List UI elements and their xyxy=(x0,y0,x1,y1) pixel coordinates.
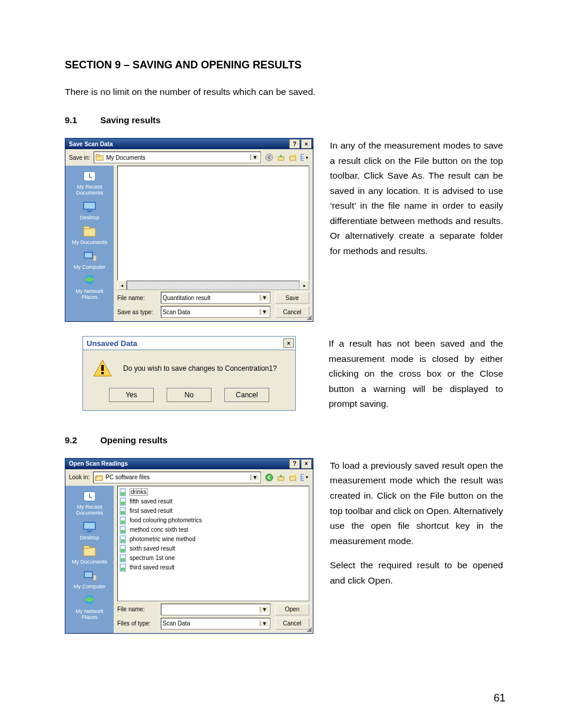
svg-rect-4 xyxy=(290,156,296,160)
file-item[interactable]: fifth saved result xyxy=(119,497,308,506)
dropdown-arrow-icon[interactable]: ▼ xyxy=(260,621,269,627)
back-icon[interactable] xyxy=(265,153,274,162)
place-network[interactable]: My Network Places xyxy=(69,274,110,301)
resize-grip[interactable] xyxy=(306,314,312,320)
svg-rect-20 xyxy=(101,365,104,371)
svg-point-27 xyxy=(294,475,296,477)
help-button[interactable]: ? xyxy=(289,139,300,149)
files-of-type-combo[interactable]: Scan Data ▼ xyxy=(161,618,270,630)
help-button[interactable]: ? xyxy=(289,459,300,469)
file-name-input[interactable]: Quantitation result ▼ xyxy=(161,292,270,304)
close-button[interactable]: × xyxy=(283,338,294,348)
place-network[interactable]: My Network Places xyxy=(69,594,110,621)
views-icon[interactable]: ▾ xyxy=(300,473,309,482)
file-icon xyxy=(119,535,127,543)
para-unsaved: If a result has not been saved and the m… xyxy=(329,336,503,411)
views-icon[interactable]: ▾ xyxy=(300,153,309,162)
svg-rect-3 xyxy=(278,157,284,160)
intro-text: There is no limit on the number of resul… xyxy=(65,87,503,97)
file-item[interactable]: food colouring photometrics xyxy=(119,516,308,525)
file-item[interactable]: photometric wine method xyxy=(119,535,308,544)
svg-rect-25 xyxy=(278,477,284,480)
place-desktop[interactable]: Desktop xyxy=(69,520,110,541)
cancel-button[interactable]: Cancel xyxy=(275,618,309,630)
file-icon xyxy=(119,488,127,496)
place-mydocs[interactable]: My Documents xyxy=(69,544,110,565)
open-dialog: Open Scan Readings ? × Look in: PC softw… xyxy=(65,458,313,634)
files-of-type-label: Files of type: xyxy=(117,620,156,627)
dropdown-arrow-icon[interactable]: ▼ xyxy=(260,607,269,612)
file-icon xyxy=(119,554,127,562)
dropdown-arrow-icon[interactable]: ▼ xyxy=(250,475,259,480)
file-item-label: spectrum 1st one xyxy=(130,555,175,561)
file-icon xyxy=(119,498,127,506)
svg-rect-11 xyxy=(84,203,95,209)
file-item[interactable]: drinks xyxy=(119,487,308,497)
scroll-track[interactable] xyxy=(127,281,300,290)
file-icon xyxy=(119,564,127,572)
resize-grip[interactable] xyxy=(306,626,312,632)
save-button[interactable]: Save xyxy=(275,292,309,304)
dropdown-arrow-icon[interactable]: ▼ xyxy=(260,295,269,301)
save-dialog: Save Scan Data ? × Save in: My Documents… xyxy=(65,138,313,322)
file-item[interactable]: sixth saved result xyxy=(119,544,308,554)
file-item-label: food colouring photometrics xyxy=(130,517,202,523)
yes-button[interactable]: Yes xyxy=(109,388,154,402)
msgbox-titlebar: Unsaved Data × xyxy=(83,337,295,350)
back-icon[interactable] xyxy=(265,473,274,482)
open-dialog-title: Open Scan Readings xyxy=(69,460,128,467)
file-item-label: drinks xyxy=(130,488,148,496)
dropdown-arrow-icon[interactable]: ▼ xyxy=(250,154,259,160)
msgbox-message: Do you wish to save changes to Concentra… xyxy=(123,364,277,373)
file-list[interactable] xyxy=(117,166,309,281)
places-bar: My Recent Documents Desktop My Documents xyxy=(65,486,114,633)
cancel-button[interactable]: Cancel xyxy=(224,388,269,402)
file-name-label: File name: xyxy=(117,606,156,612)
file-item[interactable]: spectrum 1st one xyxy=(119,554,308,563)
para-open-2: Select the required result to be opened … xyxy=(330,558,503,588)
place-mycomputer[interactable]: My Computer xyxy=(69,249,110,271)
subsection-9-1: 9.1 Saving results xyxy=(65,115,503,125)
svg-rect-34 xyxy=(87,531,92,532)
save-in-combo[interactable]: My Documents ▼ xyxy=(94,151,261,163)
scroll-left-button[interactable]: ◂ xyxy=(117,281,127,290)
file-name-input[interactable]: ▼ xyxy=(161,604,270,615)
save-as-type-combo[interactable]: Scan Data ▼ xyxy=(161,306,270,318)
open-button[interactable]: Open xyxy=(275,604,309,615)
svg-rect-33 xyxy=(84,523,95,529)
save-in-value: My Documents xyxy=(106,154,146,161)
file-item[interactable]: method conc sixth test xyxy=(119,525,308,535)
look-in-combo[interactable]: PC software files ▼ xyxy=(93,472,261,483)
svg-rect-17 xyxy=(93,255,97,261)
close-button[interactable]: × xyxy=(301,459,312,469)
look-in-label: Look in: xyxy=(69,474,90,480)
up-one-level-icon[interactable] xyxy=(276,473,286,482)
svg-rect-44 xyxy=(121,502,125,505)
file-icon xyxy=(119,507,127,515)
place-mydocs[interactable]: My Documents xyxy=(69,225,110,246)
dropdown-arrow-icon[interactable]: ▼ xyxy=(260,309,269,315)
no-button[interactable]: No xyxy=(167,388,211,402)
place-recent[interactable]: My Recent Documents xyxy=(69,489,110,516)
up-one-level-icon[interactable] xyxy=(276,153,286,162)
cancel-button[interactable]: Cancel xyxy=(275,306,309,318)
close-button[interactable]: × xyxy=(301,139,312,149)
svg-rect-35 xyxy=(84,548,95,556)
file-item-label: sixth saved result xyxy=(130,545,175,552)
msgbox-title: Unsaved Data xyxy=(87,339,137,348)
svg-rect-54 xyxy=(121,549,125,552)
unsaved-data-dialog: Unsaved Data × Do you wish to save chang… xyxy=(82,336,296,411)
place-recent[interactable]: My Recent Documents xyxy=(69,169,110,196)
file-icon xyxy=(119,516,127,525)
new-folder-icon[interactable] xyxy=(288,153,297,162)
file-item[interactable]: third saved result xyxy=(119,563,308,572)
svg-rect-58 xyxy=(121,568,125,571)
file-item[interactable]: first saved result xyxy=(119,506,308,516)
new-folder-icon[interactable] xyxy=(288,473,297,482)
place-mycomputer[interactable]: My Computer xyxy=(69,569,110,590)
place-desktop[interactable]: Desktop xyxy=(69,200,110,221)
page-number: 61 xyxy=(494,692,505,704)
file-list[interactable]: drinksfifth saved resultfirst saved resu… xyxy=(117,486,309,601)
look-in-value: PC software files xyxy=(105,474,150,480)
scroll-right-button[interactable]: ▸ xyxy=(300,281,309,290)
